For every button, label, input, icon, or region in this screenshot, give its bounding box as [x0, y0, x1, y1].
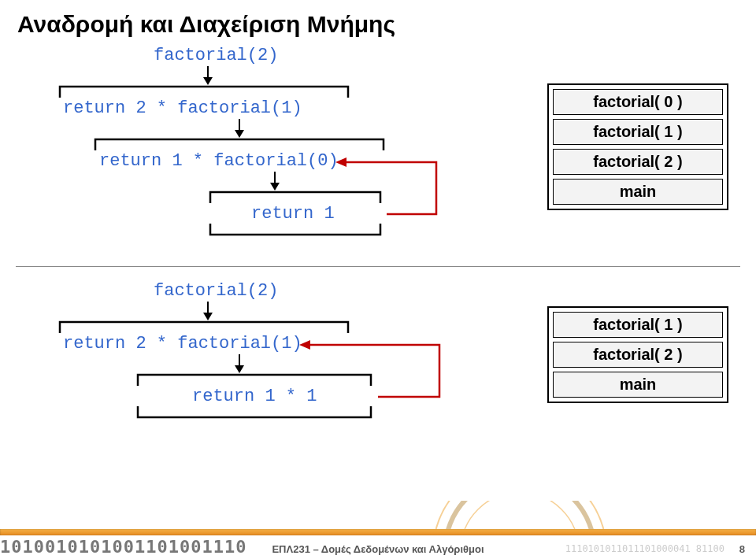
code-return-1x1: return 1 * 1	[192, 387, 317, 406]
stack-frame: main	[553, 372, 723, 398]
svg-marker-5	[270, 183, 280, 191]
svg-marker-6	[335, 157, 346, 167]
code-return-2x-lower: return 2 * factorial(1)	[63, 334, 302, 354]
stack-frame: factorial( 2 )	[553, 149, 723, 175]
code-return-1x: return 1 * factorial(0)	[99, 151, 339, 171]
stack-frame: factorial( 0 )	[553, 89, 723, 115]
arrow-down-icon	[270, 172, 280, 191]
hook-arrow-icon	[299, 339, 449, 402]
bracket-icon	[94, 138, 385, 150]
svg-marker-8	[203, 313, 213, 320]
svg-marker-3	[235, 130, 244, 138]
svg-marker-1	[203, 77, 213, 85]
arrow-down-icon	[235, 119, 244, 138]
hook-arrow-icon	[335, 156, 446, 219]
code-call-lower: factorial(2)	[154, 281, 278, 301]
stack-frame: main	[553, 179, 723, 205]
lower-section: factorial(2) return 2 * factorial(1) ret…	[0, 267, 756, 464]
arrow-down-icon	[203, 66, 213, 85]
orange-band	[0, 529, 756, 535]
slide-footer: 1010010101001101001110 11101010110111010…	[0, 501, 756, 559]
stack-frame: factorial( 2 )	[553, 342, 723, 368]
bracket-bottom-icon	[209, 224, 382, 236]
bracket-bottom-icon	[136, 406, 372, 419]
svg-marker-11	[299, 340, 310, 350]
bracket-icon	[58, 320, 350, 333]
arrow-down-icon	[235, 354, 244, 373]
call-stack-lower: factorial( 1 ) factorial( 2 ) main	[547, 306, 728, 403]
bracket-icon	[58, 85, 350, 98]
code-return-2x: return 2 * factorial(1)	[63, 98, 302, 118]
svg-marker-10	[235, 365, 244, 373]
page-number: 8	[739, 543, 745, 555]
upper-section: factorial(2) return 2 * factorial(1) ret…	[0, 38, 756, 266]
slide-title: Αναδρομή και Διαχείριση Μνήμης	[0, 0, 756, 38]
stack-frame: factorial( 1 )	[553, 119, 723, 145]
footer-course-text: ΕΠΛ231 – Δομές Δεδομένων και Αλγόριθμοι	[0, 543, 756, 555]
code-return-1: return 1	[251, 204, 335, 224]
arrow-down-icon	[203, 302, 213, 320]
stack-frame: factorial( 1 )	[553, 312, 723, 338]
code-call-upper: factorial(2)	[154, 46, 278, 65]
call-stack-upper: factorial( 0 ) factorial( 1 ) factorial(…	[547, 83, 728, 210]
